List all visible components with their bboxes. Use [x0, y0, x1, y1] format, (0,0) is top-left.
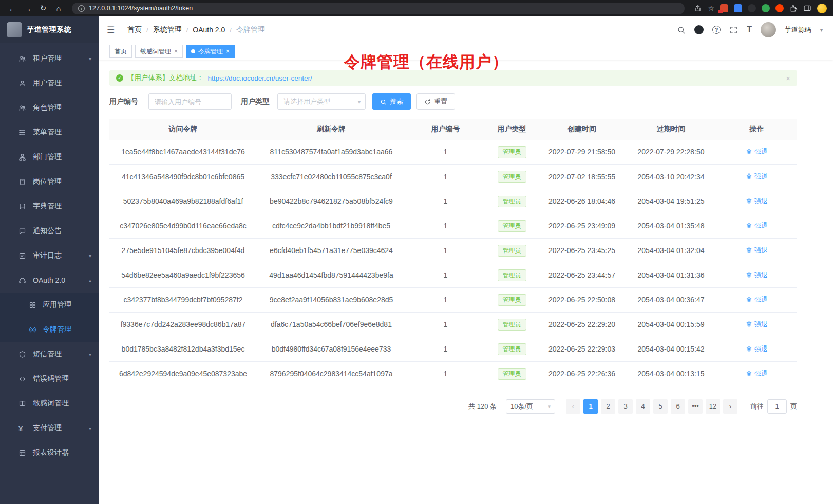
force-logout-button[interactable]: 强退 [746, 270, 768, 280]
site-info-icon[interactable]: i [78, 5, 85, 12]
force-logout-button[interactable]: 强退 [746, 197, 768, 206]
app-logo[interactable]: 芋道管理系统 [0, 16, 99, 43]
extensions-puzzle-icon[interactable] [789, 4, 798, 12]
pagination-prev-button[interactable]: ‹ [566, 399, 580, 414]
browser-forward-icon[interactable]: → [22, 2, 34, 14]
extension-green-icon[interactable] [762, 4, 770, 12]
close-icon[interactable]: × [174, 48, 178, 54]
github-icon[interactable] [694, 25, 704, 34]
sidebar-item-role[interactable]: 角色管理 [0, 95, 99, 120]
page-size-select[interactable]: 10条/页 ▾ [506, 399, 555, 414]
pagination-page-button[interactable]: 6 [671, 399, 685, 414]
side-panel-icon[interactable] [803, 4, 811, 12]
fullscreen-icon[interactable] [729, 26, 738, 34]
sidebar-item-label: 应用管理 [43, 300, 71, 309]
browser-back-icon[interactable]: ← [6, 2, 18, 14]
sidebar-item-tenant[interactable]: 租户管理 ▾ [0, 46, 99, 71]
sidebar-item-post[interactable]: 岗位管理 [0, 169, 99, 194]
sidebar-item-sensitive-word[interactable]: 敏感词管理 [0, 391, 99, 416]
user-name[interactable]: 芋道源码 [785, 25, 811, 34]
share-icon[interactable] [694, 4, 702, 12]
force-logout-button[interactable]: 强退 [746, 369, 768, 378]
user-type-tag: 管理员 [498, 368, 526, 380]
breadcrumb-home[interactable]: 首页 [127, 25, 142, 34]
pagination-page-button[interactable]: 4 [636, 399, 650, 414]
doc-link[interactable]: https://doc.iocoder.cn/user-center/ [208, 74, 312, 82]
sidebar-item-user[interactable]: 用户管理 [0, 71, 99, 95]
pagination-ellipsis[interactable]: ••• [688, 399, 703, 414]
sidebar-item-menu-manage[interactable]: 菜单管理 [0, 120, 99, 145]
sidebar-item-error-code[interactable]: 错误码管理 [0, 366, 99, 391]
cell-access-token: b0d1785bc3a8482f812db4a3f3bd15ec [109, 337, 257, 361]
pagination-next-button[interactable]: › [723, 399, 737, 414]
force-logout-button[interactable]: 强退 [746, 147, 768, 157]
font-size-icon[interactable]: T [747, 25, 752, 34]
cell-expire-time: 2054-03-04 00:36:47 [626, 287, 716, 312]
user-id-input[interactable] [148, 93, 232, 110]
search-button[interactable]: 搜索 [372, 93, 411, 110]
sidebar-item-app-manage[interactable]: 应用管理 [0, 293, 99, 317]
force-logout-button[interactable]: 强退 [746, 295, 768, 304]
reset-button[interactable]: 重置 [416, 93, 455, 110]
extension-ublock-icon[interactable] [720, 4, 728, 12]
table-row: c347026e805e4d99b0d116eae66eda8c cdfc4ce… [109, 214, 797, 238]
extension-flame-icon[interactable] [775, 4, 784, 12]
sidebar-item-audit-log[interactable]: 审计日志 ▾ [0, 243, 99, 268]
force-logout-button[interactable]: 强退 [746, 221, 768, 230]
cell-user-id: 1 [406, 312, 485, 337]
user-menu-caret-icon[interactable]: ▾ [820, 27, 823, 33]
address-bar[interactable]: i 127.0.0.1:1024/system/oauth2/token [72, 3, 685, 14]
force-logout-button[interactable]: 强退 [746, 172, 768, 181]
user-avatar[interactable] [761, 22, 776, 37]
org-tree-icon [18, 153, 27, 161]
alert-close-icon[interactable]: × [786, 74, 790, 83]
sidebar-item-label: 租户管理 [33, 54, 62, 63]
trash-icon [746, 321, 752, 327]
browser-home-icon[interactable]: ⌂ [52, 2, 65, 14]
user-type-tag: 管理员 [498, 146, 526, 158]
sidebar-item-token-manage[interactable]: 令牌管理 [0, 317, 99, 342]
goto-page-input[interactable] [767, 399, 787, 414]
sidebar-item-oauth[interactable]: OAuth 2.0 ▴ [0, 268, 99, 293]
force-logout-button[interactable]: 强退 [746, 246, 768, 255]
user-type-select[interactable]: 请选择用户类型 ▾ [277, 93, 366, 110]
sidebar-item-sms[interactable]: 短信管理 ▾ [0, 342, 99, 366]
cell-created-time: 2022-06-25 22:29:20 [538, 312, 626, 337]
pagination-page-button[interactable]: 2 [601, 399, 615, 414]
extension-dark-icon[interactable] [748, 4, 756, 12]
sidebar-item-report-designer[interactable]: 报表设计器 [0, 440, 99, 465]
browser-profile-avatar[interactable] [817, 4, 827, 13]
collapse-sidebar-icon[interactable]: ☰ [107, 25, 119, 35]
badge-icon [18, 178, 27, 186]
sidebar-item-dict[interactable]: 字典管理 [0, 194, 99, 219]
cell-created-time: 2022-06-25 23:45:25 [538, 238, 626, 263]
sidebar-item-payment[interactable]: ¥ 支付管理 ▾ [0, 416, 99, 440]
pagination-page-button[interactable]: 12 [706, 399, 720, 414]
browser-reload-icon[interactable]: ↻ [37, 2, 49, 14]
force-logout-button[interactable]: 强退 [746, 320, 768, 329]
breadcrumb-oauth[interactable]: OAuth 2.0 [193, 26, 225, 34]
search-icon[interactable] [677, 26, 686, 34]
code-icon [18, 375, 27, 383]
cell-user-id: 1 [406, 214, 485, 238]
force-logout-button[interactable]: 强退 [746, 344, 768, 354]
cell-access-token: 275e5de9151045fe87cbdc395e004f4d [109, 238, 257, 263]
bookmark-star-icon[interactable]: ☆ [708, 4, 714, 12]
tab-home[interactable]: 首页 [109, 45, 132, 58]
extension-blue-icon[interactable] [734, 4, 742, 12]
refresh-icon [424, 99, 431, 105]
tab-sensitive-word[interactable]: 敏感词管理 × [135, 45, 183, 58]
help-icon[interactable]: ? [712, 26, 721, 34]
cell-refresh-token: 9ce8ef2aa9f14056b831ae9b608e28d5 [257, 287, 406, 312]
sidebar-item-dept[interactable]: 部门管理 [0, 145, 99, 169]
tab-token-manage[interactable]: 令牌管理 × [186, 45, 235, 58]
chevron-down-icon: ▾ [89, 352, 91, 357]
pagination-total: 共 120 条 [468, 402, 497, 411]
pagination-page-button[interactable]: 1 [583, 399, 598, 414]
pagination-page-button[interactable]: 3 [618, 399, 633, 414]
close-icon[interactable]: × [226, 48, 230, 54]
cell-refresh-token: cdfc4ce9c2da4bb1bdf21b9918ff4be5 [257, 214, 406, 238]
pagination-page-button[interactable]: 5 [653, 399, 668, 414]
sidebar-item-notice[interactable]: 通知公告 [0, 219, 99, 243]
breadcrumb-system[interactable]: 系统管理 [153, 25, 182, 34]
